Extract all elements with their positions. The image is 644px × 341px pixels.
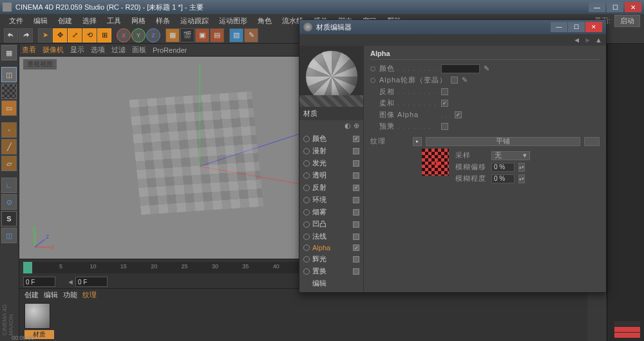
alpha-color-swatch[interactable] [441, 64, 480, 73]
dialog-close-button[interactable]: ✕ [585, 22, 602, 32]
viewport-tab-1[interactable]: 摄像机 [43, 45, 64, 55]
redo-button[interactable] [19, 28, 33, 42]
channel-radio[interactable] [303, 268, 310, 275]
channel-反射[interactable]: 反射 [302, 181, 361, 194]
material-preview[interactable] [299, 46, 363, 107]
axis-mode-icon[interactable]: ∟ [1, 178, 17, 193]
clapper-icon[interactable]: 🎬 [180, 28, 194, 42]
channel-checkbox[interactable] [353, 197, 359, 203]
menu-8[interactable]: 运动图形 [214, 15, 252, 26]
nav-back-icon[interactable]: ◄ [573, 36, 580, 44]
menu-9[interactable]: 角色 [252, 15, 277, 26]
edit-pencil-icon[interactable]: ✎ [462, 76, 468, 84]
scale-tool[interactable]: ⤢ [68, 28, 82, 42]
prop-anim-dot[interactable] [370, 66, 375, 71]
channel-checkbox[interactable] [353, 172, 359, 179]
rotate-tool[interactable]: ⟲ [82, 28, 97, 42]
material-tab-3[interactable]: 纹理 [82, 290, 97, 300]
dialog-minimize-button[interactable]: — [551, 22, 567, 32]
menu-6[interactable]: 样条 [151, 15, 175, 26]
viewport-tab-5[interactable]: 面板 [132, 45, 146, 55]
channel-透明[interactable]: 透明 [302, 169, 361, 181]
start-frame-input[interactable] [75, 277, 108, 287]
viewport-tab-6[interactable]: ProRender [153, 46, 187, 54]
channel-checkbox[interactable] [353, 221, 359, 228]
channel-漫射[interactable]: 漫射 [302, 145, 361, 157]
channel-发光[interactable]: 发光 [302, 157, 361, 169]
edit-pencil-icon[interactable]: ✎ [484, 64, 489, 73]
model-mode-icon[interactable]: ◫ [1, 67, 17, 82]
material-item[interactable]: 材质 [24, 303, 54, 339]
render-settings-icon[interactable]: ▤ [210, 28, 224, 42]
texture-thumbnail[interactable] [422, 149, 449, 176]
channel-置换[interactable]: 置换 [302, 265, 361, 277]
undo-button[interactable] [4, 28, 18, 42]
channel-radio[interactable] [303, 234, 310, 240]
channel-radio[interactable] [303, 160, 310, 167]
channel-radio[interactable] [303, 185, 310, 191]
brush-icon[interactable]: ✎ [244, 28, 258, 42]
primitive-cube[interactable]: ▦ [166, 28, 180, 42]
current-frame-input[interactable] [23, 277, 55, 287]
blur-offset-input[interactable] [491, 163, 515, 172]
menu-2[interactable]: 创建 [53, 15, 77, 26]
menu-3[interactable]: 选择 [77, 15, 102, 26]
point-mode-icon[interactable]: ◦ [1, 122, 17, 138]
channel-checkbox[interactable] [353, 244, 359, 251]
blur-scale-spinner[interactable]: ▴▾ [518, 174, 525, 183]
channel-凹凸[interactable]: 凹凸 [302, 218, 361, 230]
channel-radio[interactable] [303, 244, 310, 251]
channel-checkbox[interactable] [353, 256, 359, 263]
axis-y-toggle[interactable]: Y [131, 28, 146, 42]
channel-环境[interactable]: 环境 [302, 194, 361, 206]
nav-fwd-icon[interactable]: ► [584, 36, 591, 44]
axis-x-toggle[interactable]: X [117, 28, 131, 42]
menu-0[interactable]: 文件 [4, 15, 28, 26]
channel-radio[interactable] [303, 197, 310, 203]
channel-radio[interactable] [303, 148, 310, 154]
channel-checkbox[interactable] [353, 234, 359, 240]
snap-icon[interactable]: S [1, 211, 17, 226]
channel-辉光[interactable]: 辉光 [302, 253, 361, 265]
prop-anim-dot[interactable] [370, 78, 375, 83]
render-icon[interactable]: ▣ [195, 28, 209, 42]
scene-cube[interactable] [129, 91, 264, 215]
texture-mode-icon[interactable] [1, 84, 17, 99]
channel-checkbox[interactable] [353, 136, 359, 142]
move-tool[interactable]: ✥ [53, 28, 67, 42]
recent-tool[interactable]: ⊞ [97, 28, 111, 42]
channel-法线[interactable]: 法线 [302, 230, 361, 243]
minimize-button[interactable]: — [589, 2, 605, 12]
blur-scale-input[interactable] [491, 174, 515, 183]
nav-up-icon[interactable]: ▲ [595, 36, 602, 44]
soft-checkbox[interactable] [441, 100, 448, 107]
channel-烟雾[interactable]: 烟雾 [302, 206, 361, 218]
channel-radio[interactable] [303, 256, 310, 263]
menu-4[interactable]: 工具 [102, 15, 126, 26]
edge-mode-icon[interactable]: ╱ [1, 139, 17, 154]
channel-checkbox[interactable] [353, 148, 359, 154]
menu-7[interactable]: 运动跟踪 [175, 15, 214, 26]
image-alpha-checkbox[interactable] [455, 111, 462, 118]
dialog-maximize-button[interactable]: ☐ [568, 22, 585, 32]
channel-checkbox[interactable] [353, 268, 359, 275]
target-icon[interactable]: ⊕ [354, 122, 359, 130]
lock-icon[interactable]: ◐ [345, 122, 351, 130]
alpha-expr-checkbox[interactable] [451, 77, 458, 84]
texture-bar[interactable]: 平铺 [426, 137, 580, 146]
channel-checkbox[interactable] [353, 185, 359, 191]
make-editable-icon[interactable]: ▦ [1, 45, 17, 60]
viewport-tab-2[interactable]: 显示 [70, 45, 84, 55]
channel-编辑[interactable]: 编辑 [302, 277, 361, 290]
maximize-button[interactable]: ☐ [607, 2, 623, 12]
axis-z-toggle[interactable]: Z [146, 28, 160, 42]
layout-selector[interactable]: 启动 [614, 15, 640, 27]
viewport-tab-0[interactable]: 查看 [22, 45, 36, 55]
material-tab-2[interactable]: 功能 [63, 290, 77, 300]
workplane-misc-icon[interactable]: ◫ [1, 228, 17, 243]
channel-radio[interactable] [303, 136, 310, 142]
material-tab-1[interactable]: 编辑 [44, 290, 58, 300]
menu-5[interactable]: 网格 [126, 15, 151, 26]
tweak-mode-icon[interactable]: ⊙ [1, 194, 17, 210]
channel-checkbox[interactable] [353, 209, 359, 216]
